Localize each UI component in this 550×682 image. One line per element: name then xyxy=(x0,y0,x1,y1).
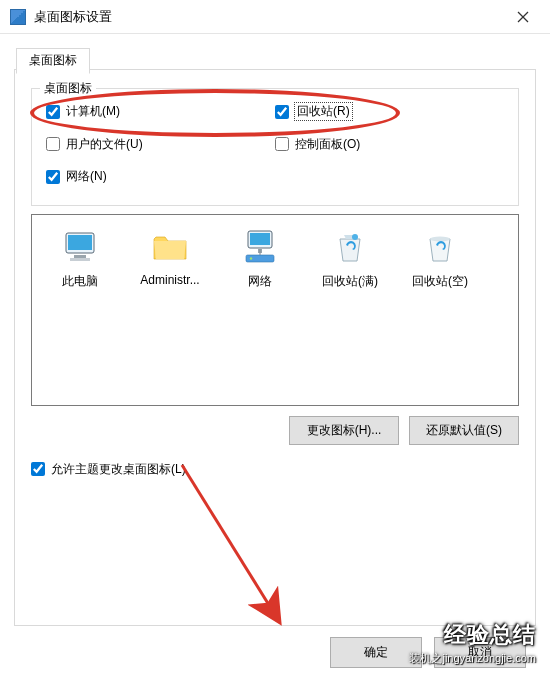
checkbox-network[interactable]: 网络(N) xyxy=(46,168,107,185)
user-folder-icon xyxy=(150,227,190,267)
restore-default-button[interactable]: 还原默认值(S) xyxy=(409,416,519,445)
icon-item-network[interactable]: 网络 xyxy=(216,223,304,294)
checkbox-computer-label: 计算机(M) xyxy=(66,103,120,120)
checkbox-cpanel-input[interactable] xyxy=(275,137,289,151)
tab-desktop-icons[interactable]: 桌面图标 xyxy=(16,48,90,74)
watermark-subtitle: 装机之jingyanzongjie.com xyxy=(409,651,536,666)
group-title: 桌面图标 xyxy=(40,80,96,97)
checkbox-computer-input[interactable] xyxy=(46,105,60,119)
svg-point-13 xyxy=(430,236,450,241)
checkbox-userfiles-label: 用户的文件(U) xyxy=(66,136,143,153)
recycle-empty-icon xyxy=(420,227,460,267)
close-button[interactable] xyxy=(500,2,546,32)
icon-item-admin[interactable]: Administr... xyxy=(126,223,214,291)
allow-theme-row: 允许主题更改桌面图标(L) xyxy=(31,461,519,480)
checkbox-recycle[interactable]: 回收站(R) xyxy=(275,103,352,120)
desktop-icons-group: 桌面图标 计算机(M) 回收站(R) xyxy=(31,88,519,206)
this-pc-icon xyxy=(60,227,100,267)
svg-rect-4 xyxy=(74,255,86,258)
app-icon xyxy=(10,9,26,25)
icon-label: Administr... xyxy=(140,273,199,287)
checkbox-computer[interactable]: 计算机(M) xyxy=(46,103,120,120)
checkbox-cpanel-label: 控制面板(O) xyxy=(295,136,360,153)
check-row-1: 计算机(M) 回收站(R) xyxy=(46,103,504,122)
network-icon xyxy=(240,227,280,267)
svg-point-10 xyxy=(250,257,252,259)
checkbox-cpanel[interactable]: 控制面板(O) xyxy=(275,136,360,153)
close-icon xyxy=(517,11,529,23)
checkbox-network-input[interactable] xyxy=(46,170,60,184)
checkbox-recycle-input[interactable] xyxy=(275,105,289,119)
icon-list[interactable]: 此电脑 Administr... xyxy=(31,214,519,406)
checkbox-allow-theme-input[interactable] xyxy=(31,462,45,476)
icon-buttons-row: 更改图标(H)... 还原默认值(S) xyxy=(31,416,519,445)
svg-rect-5 xyxy=(70,258,90,261)
window-title: 桌面图标设置 xyxy=(34,8,500,26)
checkbox-userfiles[interactable]: 用户的文件(U) xyxy=(46,136,143,153)
icon-item-recycle-empty[interactable]: 回收站(空) xyxy=(396,223,484,294)
icon-item-recycle-full[interactable]: 回收站(满) xyxy=(306,223,394,294)
checkbox-userfiles-input[interactable] xyxy=(46,137,60,151)
checkbox-recycle-label: 回收站(R) xyxy=(295,103,352,120)
recycle-full-icon xyxy=(330,227,370,267)
icon-label: 此电脑 xyxy=(62,273,98,290)
checkbox-network-label: 网络(N) xyxy=(66,168,107,185)
svg-rect-3 xyxy=(68,235,92,250)
titlebar: 桌面图标设置 xyxy=(0,0,550,34)
svg-point-12 xyxy=(352,234,358,240)
checkbox-allow-theme[interactable]: 允许主题更改桌面图标(L) xyxy=(31,461,186,478)
tab-panel: 桌面图标 计算机(M) 回收站(R) xyxy=(14,70,536,626)
change-icon-button[interactable]: 更改图标(H)... xyxy=(289,416,399,445)
icon-label: 回收站(空) xyxy=(412,273,468,290)
check-row-2: 用户的文件(U) 控制面板(O) xyxy=(46,136,504,155)
watermark-title: 经验总结 xyxy=(444,620,536,650)
tab-strip: 桌面图标 xyxy=(14,46,536,70)
check-row-3: 网络(N) xyxy=(46,168,504,187)
content-area: 桌面图标 桌面图标 计算机(M) 回收站(R) xyxy=(0,34,550,636)
icon-label: 回收站(满) xyxy=(322,273,378,290)
icon-item-this-pc[interactable]: 此电脑 xyxy=(36,223,124,294)
icon-label: 网络 xyxy=(248,273,272,290)
svg-rect-7 xyxy=(250,233,270,245)
checkbox-allow-theme-label: 允许主题更改桌面图标(L) xyxy=(51,461,186,478)
